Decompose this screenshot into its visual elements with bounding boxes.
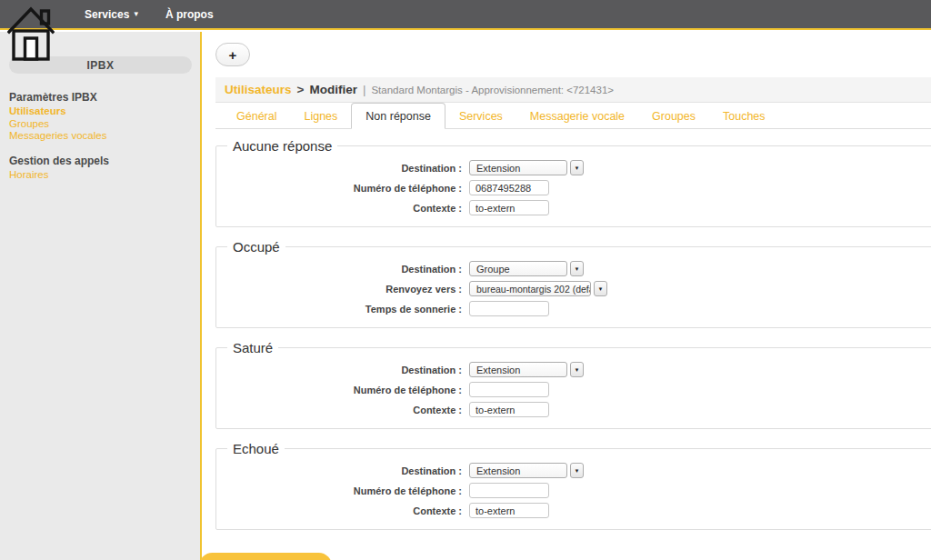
field-label: Destination :	[225, 365, 469, 375]
tab-messagerie-vocale[interactable]: Messagerie vocale	[516, 104, 638, 128]
field-label: Contexte :	[225, 505, 469, 516]
ring-time-input[interactable]	[469, 301, 549, 316]
breadcrumb-separator: >	[297, 83, 305, 96]
chevron-down-icon: ▼	[570, 261, 584, 276]
field-label: Numéro de téléphone :	[225, 385, 469, 395]
fieldset-legend: Saturé	[227, 340, 278, 355]
select-value: Groupe	[469, 261, 567, 276]
form-row: Contexte :	[225, 502, 931, 519]
form-row: Destination :Extension▼	[225, 462, 931, 479]
fieldset-congestion: SaturéDestination :Extension▼Numéro de t…	[215, 340, 931, 429]
context-input[interactable]	[469, 200, 549, 215]
form-area: Aucune réponseDestination :Extension▼Num…	[215, 138, 931, 530]
tab-bar: GénéralLignesNon réponseServicesMessager…	[215, 103, 931, 129]
field-label: Numéro de téléphone :	[225, 183, 469, 194]
field-label: Destination :	[225, 163, 469, 174]
select-value: Extension	[469, 463, 567, 478]
select-value: bureau-montargis 202 (default)	[469, 281, 591, 296]
sidebar: IPBX Paramètres IPBXUtilisateursGroupesM…	[0, 32, 202, 560]
field-label: Temps de sonnerie :	[225, 304, 469, 315]
dropdown-caret-icon: ▾	[134, 10, 138, 18]
field-label: Numéro de téléphone :	[225, 485, 469, 496]
context-input[interactable]	[469, 402, 549, 417]
breadcrumb-section-link[interactable]: Utilisateurs	[225, 83, 292, 96]
tab-groupes[interactable]: Groupes	[638, 104, 709, 128]
nav-item-a-propos[interactable]: À propos	[152, 0, 227, 28]
form-row: Numéro de téléphone :	[225, 482, 931, 499]
destination-select[interactable]: Extension▼	[469, 160, 584, 175]
nav-item-label: À propos	[165, 8, 214, 21]
phone-number-input[interactable]	[469, 180, 549, 195]
sidebar-sections: Paramètres IPBXUtilisateursGroupesMessag…	[0, 74, 200, 181]
phone-number-input[interactable]	[469, 483, 549, 498]
form-row: Temps de sonnerie :	[225, 300, 931, 317]
fieldset-legend: Echoué	[227, 441, 285, 456]
navbar-menu: Services▾À propos	[71, 0, 227, 28]
chevron-down-icon: ▼	[570, 362, 584, 377]
fieldset-no-answer: Aucune réponseDestination :Extension▼Num…	[215, 138, 931, 227]
breadcrumb-divider: |	[363, 83, 366, 96]
sidebar-section-heading: Paramètres IPBX	[9, 91, 191, 104]
fieldset-legend: Occupé	[227, 239, 285, 255]
form-row: Contexte :	[225, 401, 931, 418]
form-row: Destination :Extension▼	[225, 361, 931, 378]
destination-select[interactable]: Extension▼	[469, 362, 584, 377]
destination-select[interactable]: Groupe▼	[469, 261, 584, 276]
sidebar-title: IPBX	[86, 59, 114, 72]
top-navbar: Services▾À propos	[0, 0, 931, 30]
sidebar-item-utilisateurs[interactable]: Utilisateurs	[9, 105, 191, 118]
nav-item-services[interactable]: Services▾	[71, 0, 152, 28]
form-row: Destination :Extension▼	[225, 159, 931, 176]
fieldset-busy: OccupéDestination :Groupe▼Renvoyez vers …	[215, 239, 931, 328]
fieldset-legend: Aucune réponse	[227, 138, 337, 154]
main-content: + Utilisateurs > Modifier | Standard Mon…	[202, 32, 931, 560]
sidebar-item-messageries-vocales[interactable]: Messageries vocales	[9, 130, 191, 143]
tab-general[interactable]: Général	[223, 104, 290, 128]
sidebar-section-heading: Gestion des appels	[9, 155, 191, 167]
select-value: Extension	[469, 362, 567, 377]
plus-icon: +	[229, 47, 237, 63]
home-logo-icon[interactable]	[7, 5, 55, 61]
save-button[interactable]: SAUVEGARDER	[199, 553, 332, 560]
sidebar-item-horaires[interactable]: Horaires	[9, 169, 191, 182]
context-input[interactable]	[469, 503, 549, 518]
form-row: Destination :Groupe▼	[225, 260, 931, 277]
form-row: Numéro de téléphone :	[225, 381, 931, 398]
field-label: Contexte :	[225, 203, 469, 214]
sidebar-item-groupes[interactable]: Groupes	[9, 118, 191, 131]
field-label: Destination :	[225, 264, 469, 275]
destination-select[interactable]: Extension▼	[469, 463, 584, 478]
tab-touches[interactable]: Touches	[709, 104, 779, 128]
field-label: Renvoyez vers :	[225, 284, 469, 295]
chevron-down-icon: ▼	[594, 281, 607, 296]
form-row: Renvoyez vers :bureau-montargis 202 (def…	[225, 280, 931, 297]
form-row: Numéro de téléphone :	[225, 179, 931, 196]
nav-item-label: Services	[85, 8, 129, 21]
fieldset-failed: EchouéDestination :Extension▼Numéro de t…	[215, 441, 931, 530]
tab-lignes[interactable]: Lignes	[290, 104, 351, 128]
add-button[interactable]: +	[215, 43, 250, 66]
tab-non-reponse[interactable]: Non réponse	[351, 103, 445, 129]
field-label: Destination :	[225, 465, 469, 476]
select-value: Extension	[469, 160, 567, 175]
chevron-down-icon: ▼	[570, 160, 584, 175]
breadcrumb: Utilisateurs > Modifier | Standard Monta…	[215, 77, 931, 103]
breadcrumb-page: Modifier	[309, 83, 357, 96]
forward-to-select[interactable]: bureau-montargis 202 (default)▼	[469, 281, 607, 296]
chevron-down-icon: ▼	[570, 463, 584, 478]
phone-number-input[interactable]	[469, 382, 549, 397]
breadcrumb-subtitle: Standard Montargis - Approvisionnement: …	[371, 85, 614, 95]
form-row: Contexte :	[225, 199, 931, 216]
tab-services[interactable]: Services	[445, 104, 516, 128]
field-label: Contexte :	[225, 405, 469, 415]
